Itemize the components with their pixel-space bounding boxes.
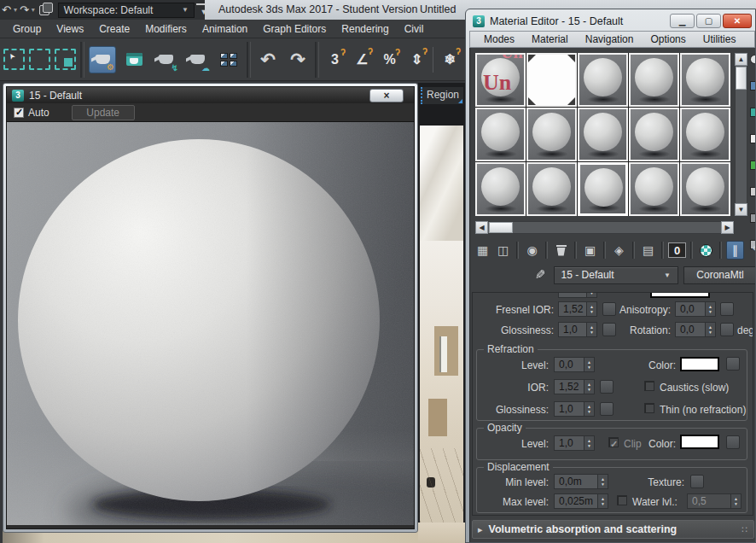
refraction-glossiness-map-button[interactable] — [600, 402, 614, 416]
max-level-field[interactable]: 0,025m — [554, 493, 608, 509]
render-canvas[interactable] — [7, 122, 414, 528]
minimize-icon[interactable]: ▁ — [670, 14, 695, 28]
workspace-dropdown[interactable]: Workspace: Default ▼ — [58, 3, 195, 18]
caustics-checkbox[interactable] — [644, 381, 654, 391]
side-tool-icon[interactable] — [750, 81, 755, 90]
render-window-titlebar[interactable]: 3 15 - Default × — [7, 87, 414, 103]
update-button[interactable]: Update — [72, 105, 135, 120]
scrollbar-thumb[interactable] — [489, 222, 513, 233]
refraction-color-swatch[interactable] — [680, 357, 719, 371]
menu-group[interactable]: Group — [5, 23, 49, 35]
pick-material-from-object-icon[interactable]: ✎ — [535, 267, 546, 283]
put-to-library-icon[interactable]: ▤ — [639, 241, 657, 260]
percent-snap-toggle-icon[interactable]: %ʔ — [378, 52, 401, 67]
menu-material[interactable]: Material — [523, 33, 577, 45]
opacity-color-swatch[interactable] — [680, 435, 719, 449]
spinner-arrows[interactable] — [705, 323, 715, 336]
side-tool-icon[interactable] — [750, 55, 755, 64]
auto-checkbox[interactable] — [14, 108, 24, 118]
thin-checkbox[interactable] — [644, 403, 654, 413]
refraction-ior-field[interactable]: 1,52 — [554, 379, 595, 394]
clipped-color-swatch[interactable] — [650, 292, 710, 298]
menu-options[interactable]: Options — [642, 33, 694, 45]
refraction-glossiness-field[interactable]: 1,0 — [554, 401, 595, 417]
go-to-parent-icon[interactable]: ↰ — [747, 241, 755, 260]
material-slot-4[interactable] — [629, 53, 679, 107]
vertical-scrollbar[interactable]: ▲ ▼ — [735, 53, 747, 217]
spinner-arrows[interactable] — [584, 436, 594, 450]
rectangular-selection-region-icon[interactable] — [29, 49, 50, 70]
undo-history-icon[interactable]: ↶ — [0, 3, 13, 16]
spinner-arrows[interactable] — [584, 380, 594, 394]
spinner-arrows[interactable] — [586, 292, 596, 297]
spinner-arrows[interactable] — [597, 475, 608, 488]
refraction-ior-map-button[interactable] — [600, 380, 614, 394]
region-dropdown-button[interactable]: Region — [421, 87, 463, 104]
rotation-map-button[interactable] — [720, 323, 734, 336]
spinner-arrows[interactable] — [584, 358, 594, 371]
close-icon[interactable]: ✕ — [723, 14, 752, 28]
material-slot-8[interactable] — [578, 108, 628, 161]
material-id-channel-icon[interactable]: 0 — [668, 242, 686, 258]
water-level-field[interactable]: 0,5 — [687, 493, 741, 509]
menu-create[interactable]: Create — [91, 23, 137, 35]
material-name-dropdown[interactable]: 15 - Default ▼ — [554, 266, 678, 284]
scroll-up-icon[interactable]: ▲ — [735, 53, 747, 66]
side-tool-icon[interactable] — [750, 134, 755, 143]
spinner-arrows[interactable] — [730, 494, 741, 508]
menu-animation[interactable]: Animation — [195, 23, 255, 35]
material-slot-2[interactable] — [526, 53, 577, 107]
menu-modifiers[interactable]: Modifiers — [137, 23, 195, 35]
render-setup-button[interactable]: ⚙ — [89, 46, 116, 73]
redo-dropdown-icon[interactable]: ▾ — [31, 6, 36, 14]
select-object-icon[interactable] — [3, 49, 25, 70]
scrollbar-thumb[interactable] — [736, 67, 747, 90]
make-material-copy-icon[interactable]: ▣ — [581, 241, 599, 260]
material-editor-titlebar[interactable]: 3 Material Editor - 15 - Default ▁ ▢ ✕ — [469, 13, 755, 31]
material-slot-13[interactable] — [578, 162, 628, 216]
redo-history-icon[interactable]: ↷ — [18, 3, 31, 16]
project-folder-icon[interactable] — [39, 5, 49, 15]
material-slot-11[interactable] — [475, 162, 526, 216]
angle-snap-toggle-icon[interactable]: ∠ʔ — [351, 51, 374, 67]
side-tool-icon[interactable] — [750, 161, 755, 170]
menu-modes[interactable]: Modes — [475, 33, 523, 45]
spinner-arrows[interactable] — [584, 402, 594, 416]
show-end-result-icon[interactable]: ∥ — [726, 241, 744, 260]
render-in-cloud-button[interactable]: ☁ — [183, 46, 211, 73]
menu-views[interactable]: Views — [49, 23, 91, 35]
material-slot-12[interactable] — [526, 162, 577, 216]
clipped-field[interactable] — [558, 292, 597, 298]
refraction-color-map-button[interactable] — [726, 357, 740, 371]
displacement-texture-button[interactable] — [690, 475, 704, 488]
get-material-icon[interactable]: ▦ — [474, 241, 491, 260]
material-slot-1[interactable]: UnUn — [475, 53, 526, 107]
side-tool-icon[interactable] — [750, 213, 755, 223]
clip-checkbox[interactable] — [608, 437, 619, 447]
side-tool-icon[interactable] — [750, 108, 755, 117]
material-slot-5[interactable] — [680, 53, 730, 107]
scroll-right-icon[interactable]: ▶ — [721, 221, 734, 234]
make-unique-icon[interactable]: ◈ — [610, 241, 628, 260]
maximize-icon[interactable]: ▢ — [696, 14, 721, 28]
rendered-frame-window-button[interactable] — [120, 46, 148, 73]
opacity-level-field[interactable]: 1,0 — [554, 435, 595, 451]
material-slot-9[interactable] — [629, 108, 679, 161]
material-slot-10[interactable] — [680, 108, 730, 161]
close-icon[interactable]: × — [369, 89, 404, 102]
water-level-checkbox[interactable] — [617, 495, 627, 505]
menu-rendering[interactable]: Rendering — [334, 23, 396, 35]
reset-material-icon[interactable] — [552, 241, 570, 260]
snaps-toggle-3d-icon[interactable]: 3ʔ — [323, 52, 346, 67]
window-crossing-selection-icon[interactable] — [55, 49, 76, 70]
render-production-button[interactable]: ↯ — [152, 46, 179, 73]
anisotropy-map-button[interactable] — [720, 302, 734, 316]
volumetric-rollup[interactable]: ▸ Volumetric absorption and scattering ∷ — [472, 520, 754, 539]
menu-utilities[interactable]: Utilities — [695, 33, 745, 45]
spinner-snap-toggle-icon[interactable]: ⇕ʔ — [405, 51, 428, 67]
spinner-arrows[interactable] — [705, 302, 715, 316]
redo-button[interactable]: ↷ — [285, 50, 311, 70]
side-tool-icon[interactable] — [750, 187, 755, 196]
material-slot-6[interactable] — [475, 108, 526, 161]
horizontal-scrollbar[interactable]: ◀ ▶ — [475, 221, 735, 234]
